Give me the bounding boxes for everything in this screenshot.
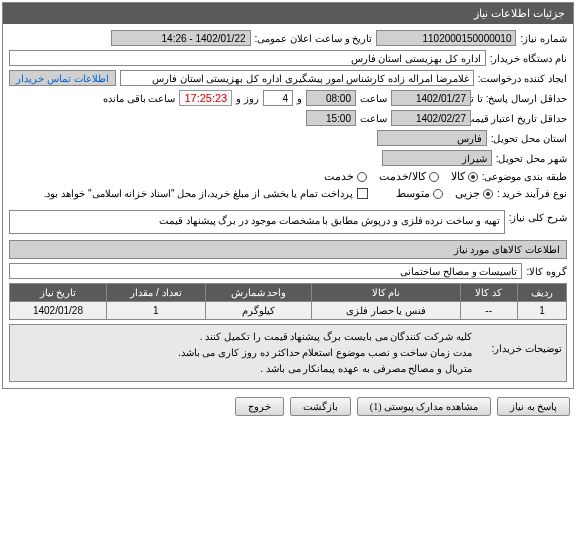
back-button[interactable]: بازگشت [290, 397, 351, 416]
section-header: جزئیات اطلاعات نیاز [3, 3, 573, 24]
buyer-field: اداره کل بهزیستی استان فارس [9, 50, 486, 66]
radio-service-label: خدمت [324, 170, 354, 183]
treasury-checkbox[interactable] [357, 188, 368, 199]
th-date: تاریخ نیاز [10, 284, 107, 302]
cell-unit: کیلوگرم [205, 302, 312, 320]
time-label-2: ساعت [360, 113, 387, 124]
radio-service-goods-label: کالا/خدمت [379, 170, 426, 183]
radio-service[interactable]: خدمت [324, 170, 367, 183]
cell-date: 1402/01/28 [10, 302, 107, 320]
payment-note: پرداخت تمام یا بخشی از مبلغ خرید،از محل … [44, 188, 353, 199]
radio-goods-label: کالا [451, 170, 465, 183]
th-name: نام کالا [312, 284, 460, 302]
th-code: کد کالا [460, 284, 517, 302]
buy-type-radios: جزیی متوسط [396, 187, 493, 200]
and-label: و [297, 93, 302, 104]
buy-type-label: نوع فرآیند خرید : [497, 188, 567, 199]
cell-row: 1 [517, 302, 566, 320]
announce-field: 1402/01/22 - 14:26 [111, 30, 251, 46]
deadline-label: حداقل ارسال پاسخ: تا تاریخ: [475, 93, 567, 104]
city-label: شهر محل تحویل: [496, 153, 567, 164]
validity-date: 1402/02/27 [391, 110, 471, 126]
city-field: شیراز [382, 150, 492, 166]
group-label: گروه کالا: [526, 266, 567, 277]
note-line-1: کلیه شرکت کنندگان می بایست برگ پیشنهاد ق… [178, 329, 472, 345]
radio-goods[interactable]: کالا [451, 170, 478, 183]
summary-label: شرح کلی نیاز: [509, 206, 567, 223]
validity-label: حداقل تاریخ اعتبار قیمت: تا تاریخ: [475, 113, 567, 124]
category-label: طبقه بندی موضوعی: [482, 171, 567, 182]
exit-button[interactable]: خروج [235, 397, 284, 416]
th-unit: واحد شمارش [205, 284, 312, 302]
location-label: استان محل تحویل: [491, 133, 567, 144]
announce-label: تاریخ و ساعت اعلان عمومی: [255, 33, 373, 44]
category-radios: کالا کالا/خدمت خدمت [324, 170, 478, 183]
summary-box: تهیه و ساخت نرده فلزی و درپوش مطابق با م… [9, 210, 505, 234]
time-label-1: ساعت [360, 93, 387, 104]
deadline-date: 1402/01/27 [391, 90, 471, 106]
radio-medium[interactable]: متوسط [396, 187, 443, 200]
requester-field: غلامرضا امراله زاده کارشناس امور پیشگیری… [120, 70, 474, 86]
days-field: 4 [263, 90, 293, 106]
radio-partial[interactable]: جزیی [455, 187, 493, 200]
items-table: ردیف کد کالا نام کالا واحد شمارش تعداد /… [9, 283, 567, 320]
requester-label: ایجاد کننده درخواست: [478, 73, 567, 84]
buyer-notes: توضیحات خریدار: کلیه شرکت کنندگان می بای… [9, 324, 567, 382]
contact-link[interactable]: اطلاعات تماس خریدار [9, 70, 116, 86]
radio-medium-label: متوسط [396, 187, 430, 200]
note-line-3: متریال و مصالح مصرفی به عهده پیمانکار می… [178, 361, 472, 377]
need-number-field: 1102000150000010 [376, 30, 516, 46]
note-line-2: مدت زمان ساخت و نصب موضوع استعلام حداکثر… [178, 345, 472, 361]
attachments-button[interactable]: مشاهده مدارک پیوستی (1) [357, 397, 491, 416]
cell-code: -- [460, 302, 517, 320]
radio-partial-label: جزیی [455, 187, 480, 200]
items-section-title: اطلاعات کالاهای مورد نیاز [9, 240, 567, 259]
table-row: 1 -- فنس یا حصار فلزی کیلوگرم 1 1402/01/… [10, 302, 567, 320]
radio-service-goods[interactable]: کالا/خدمت [379, 170, 439, 183]
button-row: پاسخ به نیاز مشاهده مدارک پیوستی (1) باز… [0, 391, 576, 422]
validity-time: 15:00 [306, 110, 356, 126]
day-label: روز و [236, 93, 259, 104]
group-field: تاسیسات و مصالح ساختمانی [9, 263, 522, 279]
notes-label: توضیحات خریدار: [472, 329, 562, 377]
location-field: فارس [377, 130, 487, 146]
cell-name: فنس یا حصار فلزی [312, 302, 460, 320]
th-row: ردیف [517, 284, 566, 302]
respond-button[interactable]: پاسخ به نیاز [497, 397, 570, 416]
cell-qty: 1 [106, 302, 205, 320]
remaining-label: ساعت باقی مانده [103, 93, 176, 104]
th-qty: تعداد / مقدار [106, 284, 205, 302]
deadline-time: 08:00 [306, 90, 356, 106]
countdown: 17:25:23 [179, 90, 232, 106]
need-number-label: شماره نیاز: [520, 33, 567, 44]
buyer-label: نام دستگاه خریدار: [490, 53, 567, 64]
